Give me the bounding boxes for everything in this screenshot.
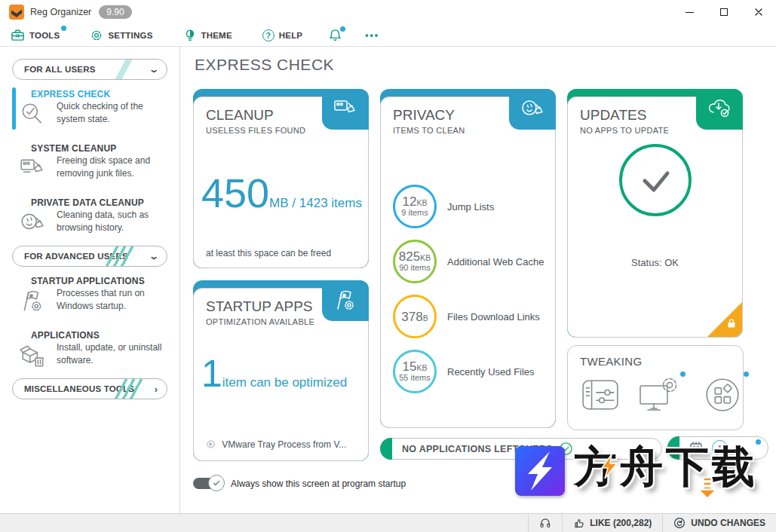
- sidebar-item-private-data-cleanup[interactable]: PRIVATE DATA CLEANUP Cleaning data, such…: [0, 197, 180, 246]
- undo-label: UNDO CHANGES: [691, 518, 765, 528]
- privacy-stat-web-cache: 825KB 90 items Additional Web Cache: [393, 240, 549, 283]
- settings-button[interactable]: SETTINGS: [90, 29, 152, 42]
- notification-dot: [756, 439, 761, 445]
- app-logo-icon: [9, 5, 24, 20]
- nav-title: STARTUP APPLICATIONS: [31, 276, 145, 286]
- monitor-broom-icon: [322, 89, 369, 130]
- privacy-card[interactable]: PRIVACY ITEMS TO CLEAN 12KB 9 items Jump…: [380, 89, 556, 428]
- lock-icon: [725, 317, 738, 332]
- updates-status: Status: OK: [568, 257, 742, 268]
- notifications-button[interactable]: [328, 28, 342, 42]
- stat-label: Additional Web Cache: [447, 256, 544, 268]
- sidebar-item-startup-applications[interactable]: STARTUP APPLICATIONS Processes that run …: [0, 276, 180, 324]
- check-icon: [636, 161, 675, 200]
- chevron-down-icon: ⌄: [149, 251, 159, 261]
- sliders-panel-icon[interactable]: [580, 375, 621, 415]
- briefcase-icon: [11, 28, 25, 42]
- close-button[interactable]: [741, 0, 776, 24]
- nav-desc: Cleaning data, such as browsing history.: [57, 209, 171, 234]
- stat-circle: 15KB 55 items: [393, 350, 437, 393]
- magnifier-check-icon: [19, 101, 46, 131]
- box-trash-icon: [19, 342, 46, 372]
- cleanup-value: 450: [201, 173, 269, 213]
- version-badge: 9.90: [99, 5, 131, 19]
- privacy-stat-download-links: 378B Files Download Links: [393, 295, 549, 338]
- reg-organizer-window: Reg Organizer 9.90 TOOLS SETTINGS TH: [0, 0, 776, 532]
- maximize-icon: [720, 8, 728, 16]
- stat-circle: 378B: [393, 295, 437, 338]
- notification-dot: [680, 371, 686, 377]
- cleanup-card[interactable]: CLEANUP USELESS FILES FOUND 450 MB / 142…: [193, 89, 369, 268]
- nav-desc: Quick checking of the system state.: [57, 100, 171, 126]
- check-circle-icon: [559, 442, 573, 456]
- group-for-advanced-users[interactable]: FOR ADVANCED USERS ⌄: [12, 246, 167, 267]
- tools-button[interactable]: TOOLS: [11, 28, 60, 42]
- tweaking-card[interactable]: TWEAKING: [567, 345, 744, 430]
- support-button[interactable]: [528, 514, 562, 532]
- no-applications-leftovers-pill[interactable]: NO APPLICATIONS LEFTOVERS: [380, 438, 662, 460]
- stat-circle: 825KB 90 items: [393, 240, 437, 283]
- footprints-broom-icon: [19, 209, 46, 240]
- startup-footer-item[interactable]: VMware Tray Process from V...: [206, 439, 346, 451]
- selected-indicator: [12, 87, 16, 130]
- update-count-badge: 1: [712, 440, 728, 456]
- monitor-gear-icon[interactable]: [637, 375, 679, 415]
- toggle-label: Always show this screen at program start…: [231, 478, 406, 489]
- undo-changes-button[interactable]: UNDO CHANGES: [662, 514, 776, 532]
- sidebar-item-express-check[interactable]: EXPRESS CHECK Quick checking of the syst…: [0, 89, 180, 137]
- monitor-broom-icon: [19, 155, 46, 185]
- help-label: HELP: [279, 31, 302, 40]
- pill-green-cap: [380, 438, 392, 460]
- headphones-icon: [539, 517, 551, 529]
- theme-bulb-icon: [183, 29, 197, 42]
- footprints-broom-icon: [509, 89, 556, 130]
- main-content: EXPRESS CHECK CLEANUP USELESS FILES FOUN…: [180, 47, 776, 513]
- apps-circle-icon[interactable]: [702, 375, 743, 415]
- sidebar-item-system-cleanup[interactable]: SYSTEM CLEANUP Freeing disk space and re…: [0, 143, 180, 191]
- group-miscellaneous-tools[interactable]: MISCELLANEOUS TOOLS ›: [12, 378, 167, 399]
- stat-label: Files Download Links: [447, 311, 540, 323]
- sidebar: FOR ALL USERS ⌄ EXPRESS CHECK Quick chec…: [0, 47, 180, 513]
- startup-toggle-row: Always show this screen at program start…: [193, 478, 406, 489]
- minimize-button[interactable]: [672, 0, 707, 24]
- help-button[interactable]: ? HELP: [262, 29, 302, 41]
- group-label: FOR ALL USERS: [24, 65, 96, 74]
- title-bar: Reg Organizer 9.90: [0, 0, 776, 24]
- leftovers-label: NO APPLICATIONS LEFTOVERS: [402, 444, 553, 454]
- like-button[interactable]: LIKE (200,282): [562, 514, 662, 532]
- startup-value-suffix: item can be optimized: [222, 375, 347, 390]
- cloud-download-check-icon: [696, 89, 743, 130]
- stat-label: Recently Used Files: [447, 366, 535, 378]
- process-gear-icon: [206, 441, 218, 451]
- flag-gear-icon: [322, 280, 369, 321]
- always-show-toggle[interactable]: [193, 478, 220, 489]
- nav-desc: Install, update, or uninstall software.: [57, 341, 171, 367]
- gear-icon: [90, 29, 103, 42]
- nav-title: SYSTEM CLEANUP: [31, 143, 116, 154]
- group-for-all-users[interactable]: FOR ALL USERS ⌄: [12, 59, 167, 80]
- nav-title: APPLICATIONS: [31, 330, 100, 341]
- nav-title: PRIVATE DATA CLEANUP: [31, 197, 144, 208]
- theme-button[interactable]: THEME: [183, 29, 232, 42]
- chevron-down-icon: ⌄: [149, 64, 159, 75]
- updates-mini-pill[interactable]: 1: [667, 436, 768, 460]
- app-title: Reg Organizer: [30, 7, 91, 17]
- startup-apps-card[interactable]: STARTUP APPS OPTIMIZATION AVAILABLE 1 it…: [193, 280, 369, 461]
- cleanup-value-suffix: MB / 1423 items: [269, 196, 362, 211]
- nav-desc: Freeing disk space and removing junk fil…: [57, 154, 171, 180]
- nav-title: EXPRESS CHECK: [31, 89, 110, 99]
- toggle-knob-check-icon: [208, 475, 225, 491]
- like-label: LIKE (200,282): [590, 518, 652, 528]
- thumbs-up-icon: [573, 518, 584, 529]
- tools-notification-dot: [61, 26, 66, 31]
- maximize-button[interactable]: [707, 0, 741, 24]
- chevron-right-icon: ›: [155, 384, 158, 395]
- undo-icon: [673, 517, 686, 529]
- bell-notification-dot: [340, 26, 345, 32]
- close-icon: [754, 8, 763, 17]
- nav-desc: Processes that run on Windows startup.: [57, 287, 171, 313]
- more-menu-button[interactable]: •••: [365, 30, 379, 41]
- updates-card[interactable]: UPDATES NO APPS TO UPDATE Status: OK: [567, 89, 743, 338]
- sidebar-item-applications[interactable]: APPLICATIONS Install, update, or uninsta…: [0, 330, 180, 378]
- card-title: TWEAKING: [580, 355, 642, 368]
